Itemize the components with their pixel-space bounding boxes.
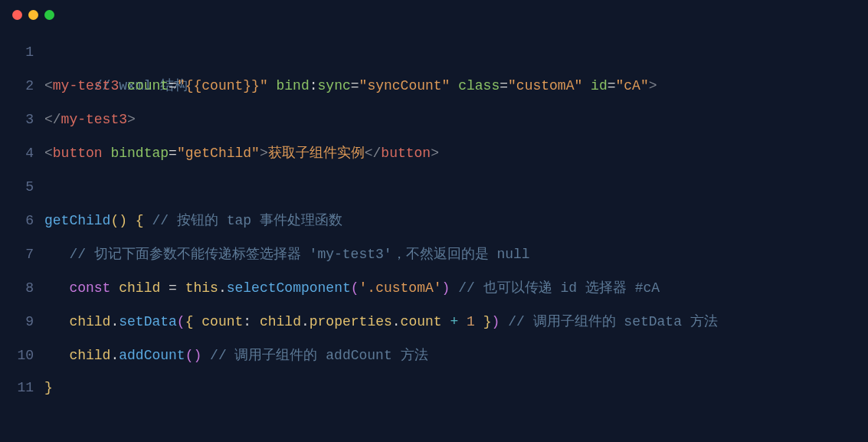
punct: ( <box>177 314 185 329</box>
tag-name: button <box>53 146 103 161</box>
punct: { <box>185 314 194 329</box>
keyword: const <box>69 280 110 296</box>
punct: } <box>44 380 53 395</box>
attr-name: bind <box>277 78 310 93</box>
line-number: 3 <box>0 103 44 136</box>
punct: } <box>483 314 492 329</box>
punct: () <box>110 213 127 228</box>
attr-value: "customA" <box>508 78 582 93</box>
function-name: getChild <box>44 213 110 228</box>
code-line: 2 <my-test3 count="{{count}}" bind:sync=… <box>0 69 868 103</box>
punct: </ <box>365 146 382 161</box>
code-line: 11 } <box>0 372 868 403</box>
comment-text: // 切记下面参数不能传递标签选择器 'my-test3'，不然返回的是 nul… <box>69 247 529 262</box>
identifier: child <box>119 280 160 296</box>
line-number: 10 <box>0 339 44 372</box>
property: count <box>401 314 442 329</box>
attr-value: "{{count}}" <box>177 78 268 93</box>
code-line: 10 child.addCount() // 调用子组件的 addCount 方… <box>0 339 868 372</box>
punct: </ <box>44 112 61 127</box>
tag-name: my-test3 <box>53 78 119 93</box>
operator: + <box>450 314 458 329</box>
element-text: 获取子组件实例 <box>268 146 365 161</box>
comment-text: // 调用子组件的 addCount 方法 <box>210 348 427 363</box>
punct: > <box>127 112 136 127</box>
method-name: setData <box>119 314 177 329</box>
attr-name: class <box>458 78 500 93</box>
attr-name: id <box>591 78 608 93</box>
keyword-this: this <box>185 280 218 296</box>
punct: { <box>136 213 144 228</box>
line-number: 9 <box>0 305 44 339</box>
code-line: 6 getChild() { // 按钮的 tap 事件处理函数 <box>0 204 868 237</box>
comment-text: // 也可以传递 id 选择器 #cA <box>458 280 660 296</box>
minimize-icon[interactable] <box>28 10 38 20</box>
punct: < <box>44 78 53 93</box>
line-number: 8 <box>0 271 44 305</box>
code-line: 9 child.setData({ count: child.propertie… <box>0 305 868 339</box>
object-key: count <box>201 314 243 329</box>
attr-value: "syncCount" <box>359 78 450 93</box>
method-name: addCount <box>119 348 185 363</box>
attr-value: "cA" <box>616 78 649 93</box>
comment-text: // 调用子组件的 setData 方法 <box>508 314 718 329</box>
punct: > <box>649 78 657 93</box>
attr-name: sync <box>318 78 351 93</box>
punct: ) <box>442 280 450 296</box>
identifier: child <box>69 314 110 329</box>
code-line: 8 const child = this.selectComponent('.c… <box>0 271 868 305</box>
identifier: child <box>260 314 301 329</box>
string-literal: '.customA' <box>359 280 442 296</box>
line-number: 1 <box>0 35 44 69</box>
code-line: 5 <box>0 170 868 204</box>
punct: > <box>260 146 268 161</box>
code-line: 7 // 切记下面参数不能传递标签选择器 'my-test3'，不然返回的是 n… <box>0 237 868 271</box>
line-number: 6 <box>0 204 44 237</box>
tag-name: my-test3 <box>61 112 127 127</box>
attr-value: "getChild" <box>177 146 260 161</box>
punct: < <box>44 146 53 161</box>
line-number: 4 <box>0 136 44 170</box>
punct: ( <box>351 280 359 296</box>
close-icon[interactable] <box>12 10 22 20</box>
number-literal: 1 <box>467 314 475 329</box>
line-number: 7 <box>0 237 44 271</box>
tag-name: button <box>381 146 431 161</box>
code-line: 1 // wxml 结构 <box>0 35 868 69</box>
line-number: 11 <box>0 372 44 403</box>
code-editor[interactable]: 1 // wxml 结构 2 <my-test3 count="{{count}… <box>0 29 868 403</box>
attr-name: bindtap <box>110 146 169 161</box>
code-line: 3 </my-test3> <box>0 103 868 136</box>
code-line: 4 <button bindtap="getChild">获取子组件实例</bu… <box>0 136 868 170</box>
punct: ) <box>492 314 500 329</box>
punct: () <box>185 348 202 363</box>
window-titlebar <box>0 0 868 29</box>
maximize-icon[interactable] <box>44 10 54 20</box>
identifier: child <box>69 348 110 363</box>
attr-name: count <box>127 78 169 93</box>
property: properties <box>310 314 392 329</box>
punct: > <box>431 146 439 161</box>
comment-text: // 按钮的 tap 事件处理函数 <box>152 213 342 228</box>
line-number: 5 <box>0 170 44 204</box>
method-name: selectComponent <box>227 280 351 296</box>
line-number: 2 <box>0 69 44 103</box>
